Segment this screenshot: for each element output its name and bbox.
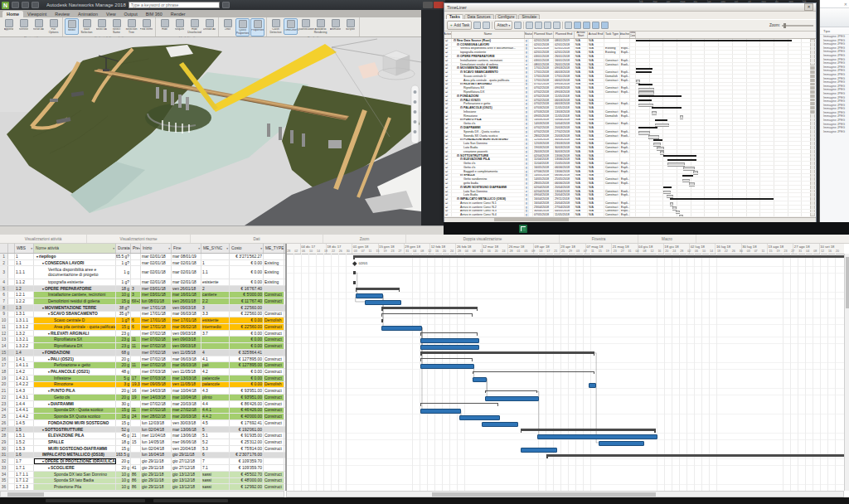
table-row[interactable]: 41.1.2topografia esistente1 g?mar 02/01/… — [0, 279, 286, 286]
expand-triangle-icon[interactable]: ▾ — [42, 428, 44, 432]
quick-access-icon[interactable] — [22, 2, 29, 8]
zoom-slider[interactable]: Zoom: — [769, 23, 813, 27]
active-checkbox[interactable]: ☑ — [444, 47, 452, 51]
indent-icon[interactable] — [544, 22, 551, 29]
active-checkbox[interactable]: ☑ — [444, 114, 452, 118]
column-header-status[interactable]: Status — [525, 32, 533, 38]
filter-arrow-icon[interactable]: ▾ — [168, 247, 171, 250]
active-checkbox[interactable]: ☑ — [444, 213, 452, 216]
active-checkbox[interactable]: ☑ — [444, 166, 452, 169]
ribbon-tab-review[interactable]: Review — [51, 11, 74, 17]
select-same-button[interactable]: Select Same — [109, 18, 124, 35]
column-header-planned-end[interactable]: Planned End — [554, 32, 575, 38]
table-row[interactable]: 161.4.1▾PALI (OS21)20 gmer 07/02/18mar 0… — [0, 356, 286, 363]
active-checkbox[interactable]: ☑ — [444, 66, 452, 70]
close-icon[interactable]: ✕ — [804, 3, 813, 11]
filter-arrow-icon[interactable]: ▾ — [31, 247, 33, 250]
file-options-button[interactable]: File Options — [46, 18, 61, 35]
timeliner-tab-simulate[interactable]: Simulate — [518, 14, 540, 19]
table-row[interactable]: 361.7.1.3Protezione Pila10 g86gio 29/11/… — [0, 484, 286, 491]
column-header-gutter[interactable] — [8, 244, 15, 253]
unhide-all-button[interactable]: Unhide All — [202, 18, 216, 35]
require-button[interactable]: Require — [172, 18, 187, 35]
column-header-costo[interactable]: Costo▾ — [230, 244, 264, 253]
column-header-task-type[interactable]: Task Type — [604, 32, 620, 38]
filter-arrow-icon[interactable]: ▾ — [198, 247, 201, 250]
active-checkbox[interactable]: ☑ — [444, 154, 452, 158]
table-horizontal-scrollbar[interactable] — [0, 491, 284, 497]
expand-triangle-icon[interactable]: ▾ — [48, 357, 50, 361]
hide-button[interactable]: Hide — [158, 18, 172, 35]
active-checkbox[interactable]: ☑ — [444, 193, 452, 196]
table-row[interactable]: 151.4▾FONDAZIONI68 gmer 07/02/18ven 11/0… — [0, 350, 286, 356]
column-header-active[interactable]: Active — [444, 32, 452, 38]
navisworks-app-icon[interactable]: N — [2, 2, 9, 9]
active-checkbox[interactable]: ☑ — [444, 39, 452, 42]
planned-gantt-icon[interactable] — [592, 22, 599, 29]
active-checkbox[interactable]: ☑ — [444, 134, 452, 138]
active-checkbox[interactable]: ☑ — [444, 75, 452, 78]
save-selection-button[interactable]: Save Selection — [80, 18, 94, 35]
quantification-button[interactable]: Quantification — [298, 18, 313, 35]
active-checkbox[interactable]: ☑ — [444, 201, 452, 205]
active-checkbox[interactable]: ☑ — [444, 142, 452, 145]
ribbon-group-dati[interactable]: Dati — [191, 235, 323, 243]
hide-unselected-button[interactable]: Hide Unselected — [187, 18, 201, 35]
insert-task-icon[interactable] — [473, 22, 481, 29]
expand-triangle-icon[interactable]: ▾ — [48, 370, 50, 374]
table-row[interactable]: 181.4.2▾PALANCOLE (OS21)48 gmer 07/03/18… — [0, 369, 286, 376]
active-checkbox[interactable]: ☑ — [444, 83, 452, 86]
explorer-type-column-header[interactable]: Tipo — [820, 27, 849, 35]
active-checkbox[interactable]: ☑ — [444, 51, 452, 54]
column-header-inizio[interactable]: Inizio▾ — [141, 244, 172, 253]
timeliner-tab-configure[interactable]: Configure — [495, 14, 518, 19]
timeliner-title-bar[interactable]: TimeLiner ✕ — [444, 3, 816, 12]
column-header-gutter[interactable] — [0, 244, 8, 253]
table-row[interactable]: 201.4.2.2Rimozione3 g19,32mer 09/05/18ve… — [0, 382, 286, 389]
column-header-me_type[interactable]: ME_TYPE▾ — [264, 244, 284, 253]
select-button[interactable]: Select — [65, 18, 79, 35]
timeliner-tab-tasks[interactable]: Tasks — [446, 14, 463, 19]
table-row[interactable]: 311.6IMPALCATO METALLICO (OS18)163.5 glu… — [0, 453, 286, 459]
table-row[interactable]: 101.3.1.1Scavo centrale D1 g?6mer 17/01/… — [0, 317, 286, 324]
ribbon-tab-render[interactable]: Render — [167, 11, 190, 17]
active-checkbox[interactable]: ☑ — [444, 55, 452, 58]
move-up-icon[interactable] — [526, 22, 533, 29]
animator-button[interactable]: Animator — [328, 18, 342, 35]
ribbon-group-zoom[interactable]: Zoom — [323, 235, 406, 243]
active-checkbox[interactable]: ☑ — [444, 126, 452, 129]
active-checkbox[interactable]: ☑ — [444, 122, 452, 125]
outdent-icon[interactable] — [553, 22, 560, 29]
active-checkbox[interactable]: ☑ — [444, 99, 452, 102]
ribbon-tab-view[interactable]: View — [102, 11, 120, 17]
expand-triangle-icon[interactable]: ▾ — [48, 402, 50, 406]
active-checkbox[interactable]: ☑ — [444, 102, 452, 105]
column-header-fine[interactable]: Fine▾ — [172, 244, 201, 253]
filter-arrow-icon[interactable]: ▾ — [260, 247, 263, 250]
filter-arrow-icon[interactable]: ▾ — [284, 247, 284, 250]
quick-access-icon[interactable] — [12, 2, 19, 8]
expand-triangle-icon[interactable]: ▾ — [48, 466, 50, 470]
properties-button[interactable]: Properties — [250, 18, 264, 36]
expand-triangle-icon[interactable]: ▾ — [42, 287, 44, 291]
ribbon-group-finestra[interactable]: Finestra — [560, 235, 638, 243]
active-checkbox[interactable]: ☑ — [444, 86, 452, 90]
quick-access-icon[interactable] — [32, 2, 39, 8]
table-row[interactable]: 71.2.2Demolizioni residui di golena15 g6… — [0, 298, 286, 305]
table-row[interactable]: 191.4.2.1Infissione5 g17mer 07/03/18mar … — [0, 376, 286, 382]
expand-triangle-icon[interactable]: ▾ — [42, 351, 44, 355]
ribbon-group-visualizzazioni-risorse[interactable]: Visualizzazioni risorse — [87, 235, 191, 243]
selection-tree-button[interactable]: Selection Tree — [124, 18, 138, 35]
reset-all-button[interactable]: Reset All — [32, 18, 46, 35]
refresh-button[interactable]: Refresh — [17, 18, 31, 35]
table-row[interactable]: 291.5.2SPALLE18 g15lun 14/05/18mer 06/06… — [0, 439, 286, 446]
column-header-name[interactable]: Name — [452, 32, 525, 38]
active-checkbox[interactable]: ☑ — [444, 162, 452, 165]
navigation-bar[interactable] — [411, 85, 419, 143]
autodesk-rendering-button[interactable]: Autodesk Rendering — [313, 18, 327, 35]
clash-detective-button[interactable]: Clash Detective — [269, 18, 283, 35]
expand-triangle-icon[interactable]: ▾ — [36, 254, 38, 259]
ribbon-tab-bim-360[interactable]: BIM 360 — [142, 11, 167, 17]
column-header-durata[interactable]: Durata▾ — [116, 244, 131, 253]
table-row[interactable]: 221.4.3.1Getto cls20 g19mer 14/03/18mar … — [0, 395, 286, 401]
